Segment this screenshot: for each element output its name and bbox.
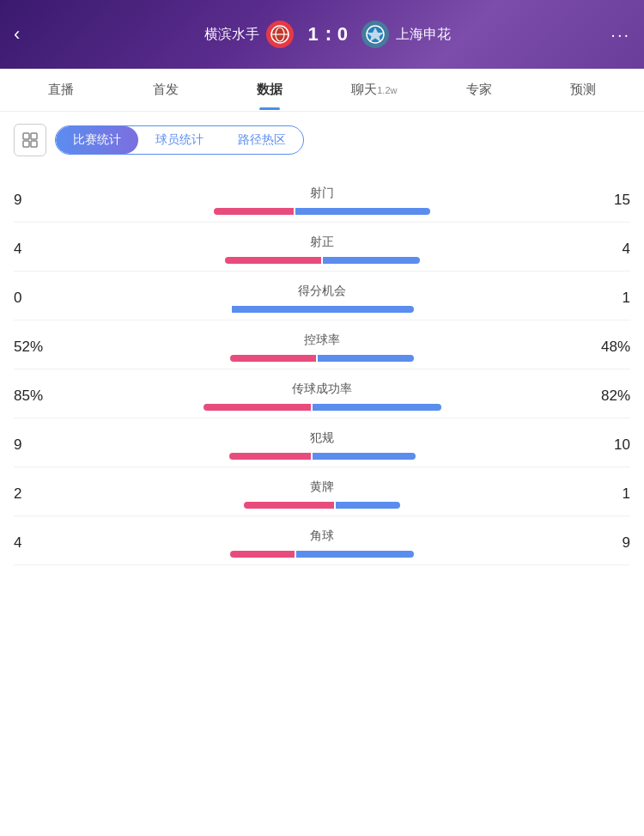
filter-icon-button[interactable] bbox=[14, 124, 46, 156]
svg-rect-6 bbox=[23, 141, 29, 147]
filter-buttons: 比赛统计 球员统计 路径热区 bbox=[55, 125, 304, 155]
bar-right bbox=[295, 208, 431, 215]
bar-right bbox=[313, 404, 441, 411]
tab-chat[interactable]: 聊天1.2w bbox=[322, 70, 427, 110]
stat-center: 角球 bbox=[65, 528, 579, 558]
stat-bar-container bbox=[65, 306, 579, 313]
filter-player-stats[interactable]: 球员统计 bbox=[138, 126, 221, 154]
bar-left bbox=[204, 404, 311, 411]
filter-heatmap[interactable]: 路径热区 bbox=[221, 126, 303, 154]
bar-right bbox=[313, 453, 416, 460]
svg-rect-4 bbox=[23, 133, 29, 139]
stat-left-val: 9 bbox=[14, 436, 65, 454]
tab-lineup[interactable]: 首发 bbox=[113, 70, 218, 110]
bar-right bbox=[318, 355, 415, 362]
stat-center: 犯规 bbox=[65, 430, 579, 460]
stat-label: 角球 bbox=[310, 528, 334, 544]
stat-center: 传球成功率 bbox=[65, 381, 579, 411]
bar-left bbox=[229, 453, 311, 460]
stat-row: 0 得分机会 1 bbox=[14, 272, 630, 320]
grid-icon bbox=[21, 131, 39, 149]
main-content: 比赛统计 球员统计 路径热区 9 射门 15 4 射正 4 0 得分机会 bbox=[0, 112, 644, 577]
stat-row: 4 射正 4 bbox=[14, 223, 630, 272]
stat-bar-container bbox=[65, 502, 579, 509]
stat-label: 得分机会 bbox=[298, 284, 346, 299]
stat-bar-container bbox=[65, 551, 579, 558]
team-right-logo bbox=[361, 21, 389, 48]
stat-left-val: 4 bbox=[14, 241, 65, 258]
stat-center: 射正 bbox=[65, 235, 579, 264]
stat-left-val: 4 bbox=[14, 534, 65, 552]
bar-left bbox=[214, 208, 294, 215]
stat-row: 52% 控球率 48% bbox=[14, 320, 630, 369]
more-button[interactable]: ··· bbox=[611, 25, 630, 45]
stat-row: 2 黄牌 1 bbox=[14, 467, 630, 516]
stat-bar-container bbox=[65, 404, 579, 411]
stat-row: 9 射门 15 bbox=[14, 174, 630, 223]
bar-right bbox=[296, 551, 415, 558]
stat-right-val: 15 bbox=[579, 192, 630, 209]
chat-badge: 1.2w bbox=[377, 85, 397, 95]
stat-label: 传球成功率 bbox=[292, 381, 352, 397]
bar-right bbox=[336, 502, 400, 509]
bar-right bbox=[232, 306, 415, 313]
svg-rect-5 bbox=[31, 133, 37, 139]
tab-expert[interactable]: 专家 bbox=[427, 70, 532, 110]
bar-left bbox=[225, 257, 322, 264]
match-info: 横滨水手 1：0 上海申花 bbox=[45, 21, 611, 48]
tab-stats[interactable]: 数据 bbox=[217, 70, 322, 110]
filter-match-stats[interactable]: 比赛统计 bbox=[56, 126, 138, 154]
stat-center: 得分机会 bbox=[65, 284, 579, 313]
team-left-logo bbox=[266, 21, 294, 48]
stat-right-val: 48% bbox=[579, 339, 630, 356]
stats-container: 9 射门 15 4 射正 4 0 得分机会 1 bbox=[14, 174, 630, 565]
team-left-name: 横滨水手 bbox=[204, 26, 259, 44]
stat-bar-container bbox=[65, 453, 579, 460]
stat-label: 黄牌 bbox=[310, 479, 334, 495]
stat-bar-container bbox=[65, 257, 579, 264]
stat-left-val: 52% bbox=[14, 339, 65, 356]
stat-row: 85% 传球成功率 82% bbox=[14, 369, 630, 418]
filter-row: 比赛统计 球员统计 路径热区 bbox=[14, 124, 630, 156]
tab-predict[interactable]: 预测 bbox=[531, 70, 635, 110]
stat-right-val: 10 bbox=[579, 436, 630, 454]
stat-row: 4 角球 9 bbox=[14, 516, 630, 565]
stat-label: 射门 bbox=[310, 186, 334, 201]
stat-center: 黄牌 bbox=[65, 479, 579, 509]
stat-row: 9 犯规 10 bbox=[14, 418, 630, 467]
bar-left bbox=[230, 355, 316, 362]
team-right-name: 上海申花 bbox=[396, 26, 451, 44]
stat-label: 犯规 bbox=[310, 430, 334, 446]
stat-center: 控球率 bbox=[65, 333, 579, 362]
stat-right-val: 1 bbox=[579, 290, 630, 307]
stat-left-val: 0 bbox=[14, 290, 65, 307]
svg-rect-7 bbox=[31, 141, 37, 147]
stat-bar-container bbox=[65, 208, 579, 215]
stat-label: 射正 bbox=[310, 235, 334, 250]
header: ‹ 横滨水手 1：0 上海申花 ··· bbox=[0, 0, 644, 69]
bar-left bbox=[230, 551, 295, 558]
tab-live[interactable]: 直播 bbox=[9, 70, 113, 110]
bar-left bbox=[244, 502, 334, 509]
stat-left-val: 85% bbox=[14, 387, 65, 405]
match-score: 1：0 bbox=[301, 21, 354, 47]
nav-tabs: 直播 首发 数据 聊天1.2w 专家 预测 bbox=[0, 69, 644, 112]
stat-left-val: 2 bbox=[14, 485, 65, 503]
stat-left-val: 9 bbox=[14, 192, 65, 209]
stat-right-val: 9 bbox=[579, 534, 630, 552]
stat-label: 控球率 bbox=[304, 333, 340, 348]
stat-right-val: 1 bbox=[579, 485, 630, 503]
back-button[interactable]: ‹ bbox=[14, 23, 45, 46]
stat-right-val: 82% bbox=[579, 387, 630, 405]
stat-bar-container bbox=[65, 355, 579, 362]
bar-right bbox=[323, 257, 420, 264]
stat-right-val: 4 bbox=[579, 241, 630, 258]
stat-center: 射门 bbox=[65, 186, 579, 215]
